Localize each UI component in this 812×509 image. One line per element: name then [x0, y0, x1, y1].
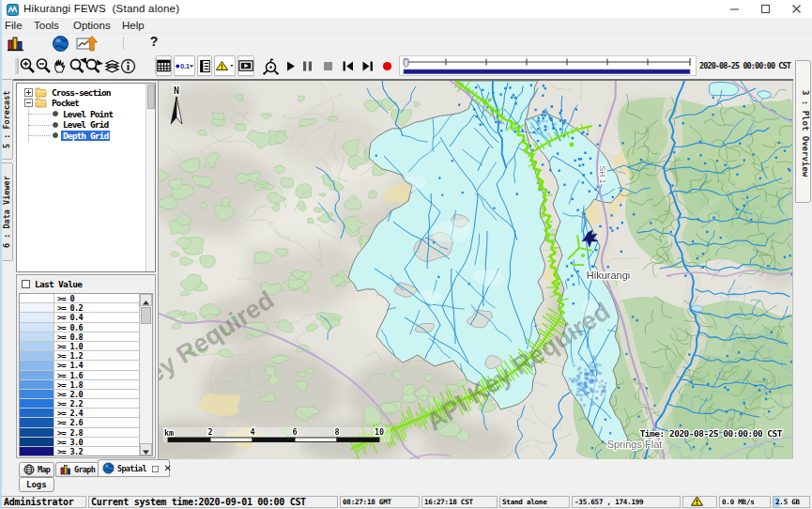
legend-row-label: >= 1.6	[57, 371, 83, 380]
legend-scrollbar[interactable]	[139, 294, 152, 455]
menu-item-options[interactable]: Options	[73, 20, 111, 31]
tab-maximize-icon[interactable]: □	[151, 464, 160, 473]
scroll-down-icon[interactable]	[140, 443, 152, 455]
legend-scrollbar-thumb[interactable]	[141, 307, 151, 324]
explorer-barchart-icon[interactable]	[7, 35, 25, 53]
animation-movie-button[interactable]	[237, 55, 254, 76]
legend-row[interactable]: >= 3.2	[20, 447, 152, 456]
grid-value-dropdown[interactable]: 0.1	[174, 55, 195, 76]
legend-row[interactable]: >= 2.6	[20, 418, 152, 427]
pause-icon[interactable]	[299, 57, 316, 75]
status-cell-coordinates: -35.657 , 174.199	[572, 496, 681, 508]
legend-row[interactable]: >= 1.6	[20, 371, 152, 380]
app-icon	[7, 3, 19, 15]
legend-row-label: >= 0.6	[57, 323, 83, 332]
sidebar-tab-plot-overview[interactable]: 3 : Plot Overview	[795, 60, 811, 203]
tree-scrollbar[interactable]	[146, 84, 155, 271]
stop-icon[interactable]	[319, 57, 337, 75]
legend-row-label: >= 0.4	[57, 313, 83, 322]
legend-row[interactable]: >= 2.4	[20, 409, 152, 418]
info-icon[interactable]	[119, 57, 137, 75]
sidebar-tab-data-viewer[interactable]: 6 : Data Viewer	[1, 162, 13, 261]
legend-color-swatch	[20, 399, 54, 408]
pan-hand-icon[interactable]	[52, 57, 69, 75]
folder-icon	[35, 87, 47, 98]
legend-row[interactable]: >= 0.4	[20, 313, 152, 322]
folder-icon	[35, 98, 47, 108]
sidebar-tab-forecast-label: 5 : Forecast	[2, 90, 11, 147]
grid-display-button[interactable]	[156, 55, 172, 76]
legend-row[interactable]: >= 0.2	[20, 303, 152, 313]
maximize-button[interactable]	[750, 0, 781, 18]
menu-item-file[interactable]: File	[5, 20, 23, 31]
tab-spatial[interactable]: Spatial □ ✕	[98, 459, 170, 477]
skip-to-start-icon[interactable]	[339, 57, 357, 75]
classification-doc-icon[interactable]	[197, 55, 212, 76]
expand-icon[interactable]	[24, 88, 33, 97]
legend-color-swatch	[20, 361, 54, 369]
legend-row[interactable]: >= 0	[20, 294, 152, 303]
legend-row-label: >= 1.4	[57, 361, 83, 370]
help-button[interactable]: ?	[146, 34, 161, 53]
zoom-next-icon[interactable]	[84, 57, 102, 75]
legend-row-label: >= 1.0	[57, 342, 83, 351]
tree-item-level-point[interactable]: Level Point	[17, 108, 115, 119]
legend-row[interactable]: >= 1.0	[20, 342, 152, 351]
tree-item-cross-section[interactable]: Cross-section	[17, 86, 113, 98]
warning-icon	[685, 496, 703, 508]
tab-graph[interactable]: Graph	[55, 462, 100, 477]
legend-row[interactable]: >= 0.8	[20, 332, 152, 342]
road-label-sh1: SH 1	[598, 165, 608, 184]
logs-row: Logs	[0, 477, 812, 495]
scale-bar-tick-label: 4	[250, 427, 254, 437]
legend-row[interactable]: >= 1.2	[20, 351, 152, 361]
menu-item-tools[interactable]: Tools	[34, 20, 59, 31]
legend-row[interactable]: >= 2.8	[20, 428, 152, 438]
tab-close-icon[interactable]: ✕	[163, 464, 171, 473]
legend-row[interactable]: >= 2.0	[20, 390, 152, 399]
record-icon[interactable]	[378, 57, 396, 75]
status-cell-text: Administrator	[4, 497, 73, 507]
legend-row[interactable]: >= 1.8	[20, 380, 152, 390]
logs-button[interactable]: Logs	[19, 477, 54, 492]
timeline-slider[interactable]	[399, 55, 697, 76]
toolbar-separator	[123, 37, 124, 50]
legend-row[interactable]: >= 2.2	[20, 399, 152, 409]
collapse-icon[interactable]	[24, 99, 33, 107]
legend-row[interactable]: >= 0.6	[20, 323, 152, 332]
play-icon[interactable]	[282, 57, 299, 75]
skip-to-end-icon[interactable]	[359, 57, 376, 75]
minimize-button[interactable]	[719, 0, 750, 18]
import-chart-icon[interactable]	[76, 35, 99, 53]
leaf-bullet-icon	[52, 110, 59, 117]
last-value-row[interactable]: Last Value	[22, 279, 82, 289]
legend-row[interactable]: >= 1.4	[20, 361, 152, 370]
sidebar-tab-forecast[interactable]: 5 : Forecast	[1, 79, 13, 160]
tree-item-level-grid[interactable]: Level Grid	[17, 119, 110, 131]
map-globe-icon	[23, 464, 35, 475]
tree-item-depth-grid[interactable]: Depth Grid	[17, 130, 110, 141]
tree-item-label: Level Grid	[61, 119, 110, 130]
legend-row[interactable]: >= 3.0	[20, 438, 152, 447]
legend-color-swatch	[20, 428, 54, 437]
tree-item-label: Cross-section	[50, 87, 113, 98]
close-button[interactable]	[781, 0, 812, 18]
spatial-globe-icon	[102, 462, 115, 474]
globe-icon[interactable]	[52, 35, 70, 53]
menu-item-help[interactable]: Help	[122, 20, 145, 31]
legend-color-swatch	[20, 409, 54, 417]
tree-scrollbar-thumb[interactable]	[147, 85, 155, 109]
bottom-tab-bar: Map Graph Spatial □ ✕	[0, 459, 812, 477]
tab-map[interactable]: Map	[19, 462, 54, 477]
warnings-dropdown[interactable]	[214, 55, 236, 76]
scroll-up-icon[interactable]	[140, 294, 152, 306]
legend-row-label: >= 0.2	[57, 303, 83, 313]
zoom-out-icon[interactable]	[35, 57, 53, 75]
legend-color-swatch	[20, 323, 54, 332]
map-view[interactable]: API Key RequiredAPI Key RequiredSH 1Hiku…	[158, 81, 793, 459]
north-arrow-label: N	[174, 85, 179, 96]
last-value-checkbox[interactable]	[22, 280, 30, 288]
time-navigator-icon[interactable]	[261, 56, 279, 74]
legend-color-swatch	[20, 342, 54, 350]
tree-item-pocket[interactable]: Pocket	[17, 98, 81, 109]
